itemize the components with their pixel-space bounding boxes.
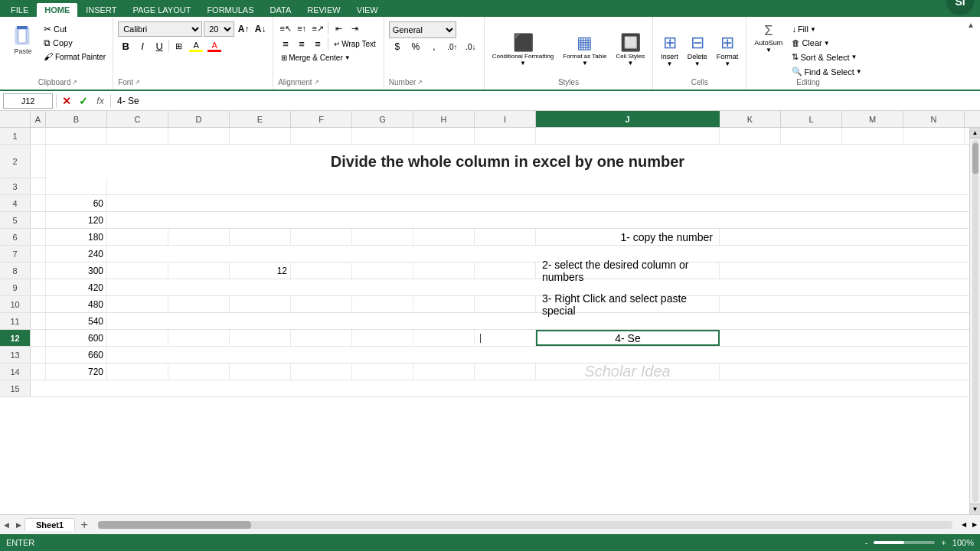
clear-button[interactable]: 🗑 Clear ▼ <box>789 37 864 49</box>
paste-button[interactable]: Paste <box>8 21 38 57</box>
number-expand-icon[interactable]: ↗ <box>417 79 423 86</box>
row-num-15[interactable]: 15 <box>0 380 31 396</box>
home-tab[interactable]: HOME <box>37 3 77 17</box>
format-as-table-dropdown[interactable]: ▼ <box>582 60 588 67</box>
comma-button[interactable]: , <box>426 40 443 54</box>
format-button[interactable]: ⊞ Format ▼ <box>714 31 742 69</box>
data-tab[interactable]: DATA <box>263 3 299 17</box>
formula-input[interactable] <box>114 93 977 109</box>
row-num-6[interactable]: 6 <box>0 229 31 245</box>
formulas-tab[interactable]: FORMULAS <box>199 3 261 17</box>
merge-center-button[interactable]: ⊞ Merge & Center ▼ <box>278 52 354 64</box>
cell-B13[interactable]: 660 <box>46 347 107 363</box>
row-num-13[interactable]: 13 <box>0 347 31 363</box>
cell-B8[interactable]: 300 <box>46 262 107 279</box>
cell-B2[interactable]: Divide the whole column in excel by one … <box>46 145 969 178</box>
next-sheet-button[interactable]: ▶ <box>12 517 24 533</box>
row-num-14[interactable]: 14 <box>0 364 31 380</box>
align-left-button[interactable]: ≡ <box>278 37 293 51</box>
zoom-slider[interactable] <box>874 541 935 544</box>
cut-button[interactable]: ✂ Cut <box>41 23 108 35</box>
align-top-center-button[interactable]: ≡↑ <box>294 21 309 35</box>
cell-B14[interactable]: 720 <box>46 364 107 380</box>
merge-center-dropdown-icon[interactable]: ▼ <box>345 54 351 61</box>
col-header-E[interactable]: E <box>230 111 291 127</box>
font-expand-icon[interactable]: ↗ <box>135 79 140 86</box>
row-num-1[interactable]: 1 <box>0 128 31 144</box>
conditional-formatting-button[interactable]: ⬛ Conditional Formatting ▼ <box>489 31 557 69</box>
col-header-F[interactable]: F <box>291 111 352 127</box>
sheet-tab-sheet1[interactable]: Sheet1 <box>24 518 75 531</box>
page-layout-tab[interactable]: PAGE LAYOUT <box>125 3 198 17</box>
cell-B4[interactable]: 60 <box>46 195 107 211</box>
cell-J10[interactable]: 3- Right Click and select paste special <box>536 296 720 312</box>
cell-reference-box[interactable] <box>3 93 53 109</box>
percent-button[interactable]: % <box>407 40 424 54</box>
row-num-12[interactable]: 12 <box>0 330 31 346</box>
col-header-H[interactable]: H <box>413 111 475 127</box>
row-num-8[interactable]: 8 <box>0 262 31 279</box>
align-top-right-button[interactable]: ≡↗ <box>310 21 325 35</box>
row-num-2[interactable]: 2 <box>0 145 31 178</box>
decrease-indent-button[interactable]: ⇤ <box>331 21 346 35</box>
cell-B5[interactable]: 120 <box>46 212 107 228</box>
col-header-D[interactable]: D <box>168 111 230 127</box>
format-as-table-button[interactable]: ▦ Format as Table ▼ <box>560 31 609 69</box>
scroll-right-button[interactable]: ▶ <box>969 517 980 533</box>
bold-button[interactable]: B <box>118 38 133 54</box>
col-header-O[interactable]: O <box>965 111 980 127</box>
cell-B9[interactable]: 420 <box>46 279 107 295</box>
col-header-J[interactable]: J <box>536 111 720 127</box>
col-header-B[interactable]: B <box>46 111 107 127</box>
confirm-formula-button[interactable]: ✓ <box>77 94 90 108</box>
font-size-select[interactable]: 20 <box>204 21 234 37</box>
alignment-expand-icon[interactable]: ↗ <box>314 79 319 86</box>
col-header-I[interactable]: I <box>475 111 536 127</box>
align-right-button[interactable]: ≡ <box>310 37 325 51</box>
sort-select-button[interactable]: ⇅ Sort & Select ▼ <box>789 51 864 64</box>
delete-button[interactable]: ⊟ Delete ▼ <box>684 31 710 69</box>
underline-button[interactable]: U <box>152 38 167 54</box>
col-header-K[interactable]: K <box>720 111 781 127</box>
scroll-down-button[interactable]: ▼ <box>970 504 981 514</box>
format-painter-button[interactable]: 🖌 Format Painter <box>41 51 108 63</box>
cell-E8[interactable]: 12 <box>230 262 291 279</box>
row-num-3[interactable]: 3 <box>0 178 31 194</box>
cell-J6[interactable]: 1- copy the number <box>536 229 720 245</box>
row-num-4[interactable]: 4 <box>0 195 31 211</box>
row-num-7[interactable]: 7 <box>0 246 31 262</box>
row-num-5[interactable]: 5 <box>0 212 31 228</box>
accounting-format-button[interactable]: $ <box>389 40 406 54</box>
autosum-button[interactable]: Σ AutoSum ▼ <box>751 21 786 55</box>
cancel-formula-button[interactable]: ✕ <box>60 94 74 108</box>
align-top-left-button[interactable]: ≡↖ <box>278 21 293 35</box>
format-dropdown[interactable]: ▼ <box>724 60 730 67</box>
scroll-up-button[interactable]: ▲ <box>970 128 981 139</box>
cell-B12[interactable]: 600 <box>46 330 107 346</box>
col-header-M[interactable]: M <box>842 111 903 127</box>
collapse-ribbon-button[interactable]: ▲ <box>965 18 977 31</box>
border-button[interactable]: ⊞ <box>171 38 186 54</box>
wrap-text-button[interactable]: ↵ Wrap Text <box>331 38 379 50</box>
copy-button[interactable]: ⧉ Copy <box>41 37 108 49</box>
cell-B7[interactable]: 240 <box>46 246 107 262</box>
zoom-out-button[interactable]: - <box>865 538 868 547</box>
col-header-L[interactable]: L <box>781 111 842 127</box>
cell-B6[interactable]: 180 <box>46 229 107 245</box>
row-num-11[interactable]: 11 <box>0 313 31 329</box>
italic-button[interactable]: I <box>135 38 150 54</box>
cell-styles-button[interactable]: 🔲 Cell Styles ▼ <box>613 31 648 69</box>
fill-color-button[interactable]: A <box>188 38 204 54</box>
cell-styles-dropdown[interactable]: ▼ <box>627 60 633 67</box>
increase-font-button[interactable]: A↑ <box>236 21 251 37</box>
scroll-left-button[interactable]: ◀ <box>959 517 969 533</box>
conditional-formatting-dropdown[interactable]: ▼ <box>520 60 526 67</box>
zoom-in-button[interactable]: + <box>941 538 946 547</box>
review-tab[interactable]: REVIEW <box>299 3 348 17</box>
insert-button[interactable]: ⊞ Insert ▼ <box>658 31 681 69</box>
decrease-decimal-button[interactable]: .0↓ <box>462 40 479 54</box>
cell-B11[interactable]: 540 <box>46 313 107 329</box>
cell-J8[interactable]: 2- select the desired column or numbers <box>536 262 720 279</box>
cell-B10[interactable]: 480 <box>46 296 107 312</box>
col-header-C[interactable]: C <box>107 111 168 127</box>
